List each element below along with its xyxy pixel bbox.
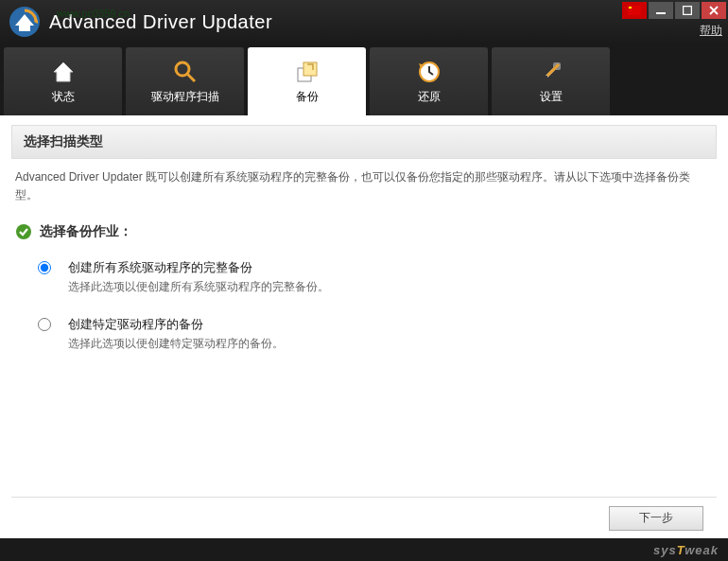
section-title-text: 选择备份作业： <box>40 223 132 240</box>
svg-rect-3 <box>629 7 632 9</box>
tab-scan[interactable]: 驱动程序扫描 <box>126 47 244 115</box>
content-area: 选择扫描类型 Advanced Driver Updater 既可以创建所有系统… <box>0 115 728 538</box>
spacer <box>11 377 717 497</box>
app-window: Advanced Driver Updater www.pc0359.cn 帮助… <box>0 0 728 561</box>
settings-icon <box>538 59 564 85</box>
option-full-backup[interactable]: 创建所有系统驱动程序的完整备份 选择此选项以便创建所有系统驱动程序的完整备份。 <box>15 254 713 310</box>
brand-footer: sysTweak <box>0 538 728 561</box>
option-desc: 选择此选项以便创建所有系统驱动程序的完整备份。 <box>68 279 329 295</box>
tab-label: 驱动程序扫描 <box>151 89 219 105</box>
panel-description: Advanced Driver Updater 既可以创建所有系统驱动程序的完整… <box>11 159 717 214</box>
tab-label: 备份 <box>296 89 319 105</box>
restore-icon <box>416 59 442 85</box>
radio-specific-backup[interactable] <box>38 318 51 331</box>
brand-post: weak <box>685 543 719 557</box>
footer-bar: 下一步 <box>11 497 717 538</box>
tab-settings[interactable]: 设置 <box>492 47 610 115</box>
svg-line-7 <box>187 74 195 81</box>
tab-backup[interactable]: 备份 <box>248 47 366 115</box>
tab-label: 状态 <box>52 89 75 105</box>
option-desc: 选择此选项以便创建特定驱动程序的备份。 <box>68 336 284 352</box>
option-label: 创建所有系统驱动程序的完整备份 <box>68 259 329 276</box>
brand-hl: T <box>677 543 685 557</box>
svg-rect-5 <box>684 7 692 15</box>
option-text: 创建所有系统驱动程序的完整备份 选择此选项以便创建所有系统驱动程序的完整备份。 <box>68 259 329 295</box>
app-title: Advanced Driver Updater <box>49 11 272 33</box>
backup-icon <box>294 59 321 85</box>
brand-pre: sys <box>653 543 677 557</box>
svg-rect-12 <box>542 76 547 81</box>
home-icon <box>50 59 77 85</box>
panel-header: 选择扫描类型 <box>11 125 717 159</box>
titlebar: Advanced Driver Updater www.pc0359.cn 帮助 <box>0 0 728 44</box>
backup-options-section: 选择备份作业： 创建所有系统驱动程序的完整备份 选择此选项以便创建所有系统驱动程… <box>11 214 717 377</box>
window-controls <box>622 2 726 19</box>
maximize-button[interactable] <box>675 2 700 19</box>
radio-full-backup[interactable] <box>38 261 51 274</box>
svg-rect-4 <box>656 12 666 14</box>
tab-bar: 状态 驱动程序扫描 备份 还原 <box>0 44 728 115</box>
search-icon <box>172 59 199 85</box>
tab-restore[interactable]: 还原 <box>370 47 488 115</box>
option-label: 创建特定驱动程序的备份 <box>68 316 284 333</box>
minimize-button[interactable] <box>649 2 673 19</box>
app-logo-icon <box>8 5 42 39</box>
next-button[interactable]: 下一步 <box>609 506 703 531</box>
help-link[interactable]: 帮助 <box>700 23 722 39</box>
section-title: 选择备份作业： <box>15 223 713 240</box>
option-specific-backup[interactable]: 创建特定驱动程序的备份 选择此选项以便创建特定驱动程序的备份。 <box>15 310 713 367</box>
svg-point-6 <box>176 62 189 76</box>
tab-status[interactable]: 状态 <box>4 47 122 115</box>
tab-label: 设置 <box>540 89 563 105</box>
svg-point-13 <box>16 224 31 239</box>
logo-area: Advanced Driver Updater <box>8 5 272 39</box>
brand-logo: sysTweak <box>653 543 719 557</box>
tab-label: 还原 <box>418 89 441 105</box>
language-flag-icon[interactable] <box>622 2 647 19</box>
close-button[interactable] <box>702 2 726 19</box>
option-text: 创建特定驱动程序的备份 选择此选项以便创建特定驱动程序的备份。 <box>68 316 284 352</box>
check-circle-icon <box>15 223 32 240</box>
